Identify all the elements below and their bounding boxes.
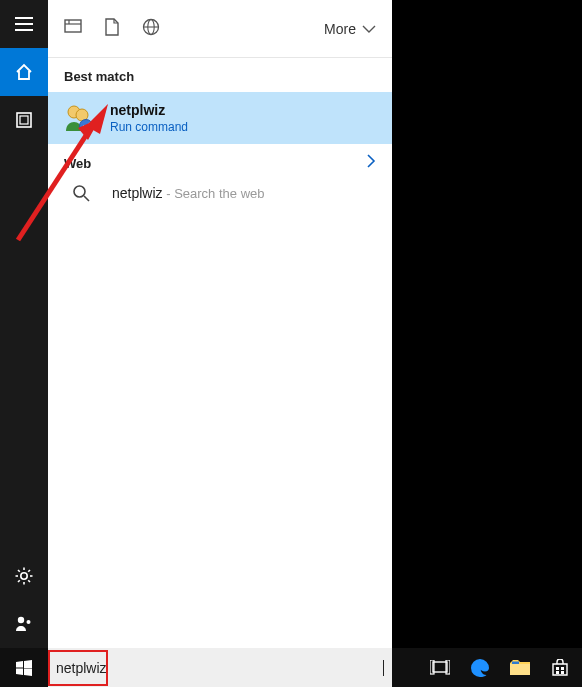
chevron-down-icon bbox=[362, 24, 376, 34]
svg-rect-27 bbox=[510, 664, 530, 675]
svg-rect-32 bbox=[561, 671, 564, 674]
more-label: More bbox=[324, 21, 356, 37]
svg-point-21 bbox=[80, 120, 93, 133]
run-command-icon bbox=[62, 101, 96, 135]
best-match-title: netplwiz bbox=[110, 102, 188, 118]
svg-rect-24 bbox=[433, 662, 447, 672]
filter-web-icon[interactable] bbox=[142, 18, 160, 40]
web-label: Web bbox=[64, 156, 91, 171]
chevron-right-icon bbox=[366, 154, 376, 172]
best-match-result[interactable]: netplwiz Run command bbox=[48, 92, 392, 144]
menu-button[interactable] bbox=[0, 0, 48, 48]
best-match-label: Best match bbox=[48, 58, 392, 92]
edge-icon bbox=[470, 658, 490, 678]
search-results-panel: More Best match netplwiz Run command Web bbox=[48, 0, 392, 648]
web-result-title: netplwiz bbox=[112, 185, 163, 201]
home-button[interactable] bbox=[0, 48, 48, 96]
text-caret bbox=[383, 660, 384, 676]
task-view-icon bbox=[430, 660, 450, 676]
hamburger-icon bbox=[15, 17, 33, 31]
svg-line-10 bbox=[28, 570, 30, 572]
folder-icon bbox=[510, 660, 530, 676]
taskbar-search-box[interactable] bbox=[48, 648, 392, 687]
search-input[interactable] bbox=[56, 660, 382, 676]
svg-rect-29 bbox=[556, 667, 559, 670]
taskbar-pinned-apps bbox=[428, 656, 582, 680]
svg-rect-30 bbox=[561, 667, 564, 670]
file-explorer-button[interactable] bbox=[508, 656, 532, 680]
store-icon bbox=[551, 659, 569, 677]
svg-line-9 bbox=[18, 580, 20, 582]
svg-rect-1 bbox=[20, 116, 28, 124]
settings-button[interactable] bbox=[0, 552, 48, 600]
web-result-suffix: - Search the web bbox=[163, 186, 265, 201]
web-result-text: netplwiz - Search the web bbox=[112, 184, 264, 202]
best-match-text: netplwiz Run command bbox=[110, 102, 188, 134]
cortana-left-rail bbox=[0, 0, 48, 648]
store-button[interactable] bbox=[548, 656, 572, 680]
svg-point-2 bbox=[21, 573, 27, 579]
svg-rect-31 bbox=[556, 671, 559, 674]
taskbar bbox=[0, 648, 582, 687]
svg-point-12 bbox=[27, 620, 31, 624]
filter-toolbar: More bbox=[48, 0, 392, 58]
apps-button[interactable] bbox=[0, 96, 48, 144]
gear-icon bbox=[15, 567, 33, 585]
best-match-subtitle: Run command bbox=[110, 120, 188, 134]
svg-rect-28 bbox=[512, 661, 519, 664]
start-button[interactable] bbox=[0, 648, 48, 687]
svg-line-8 bbox=[28, 580, 30, 582]
svg-rect-0 bbox=[17, 113, 31, 127]
svg-line-7 bbox=[18, 570, 20, 572]
more-filters[interactable]: More bbox=[324, 21, 376, 37]
search-icon bbox=[64, 184, 98, 202]
task-view-button[interactable] bbox=[428, 656, 452, 680]
svg-point-11 bbox=[18, 617, 24, 623]
edge-button[interactable] bbox=[468, 656, 492, 680]
apps-icon bbox=[16, 112, 32, 128]
svg-line-23 bbox=[84, 196, 89, 201]
filter-documents-icon[interactable] bbox=[104, 18, 120, 40]
windows-icon bbox=[16, 660, 32, 676]
account-button[interactable] bbox=[0, 600, 48, 648]
web-result[interactable]: netplwiz - Search the web bbox=[48, 178, 392, 208]
svg-point-22 bbox=[74, 186, 85, 197]
filter-apps-icon[interactable] bbox=[64, 18, 82, 40]
svg-rect-13 bbox=[65, 20, 81, 32]
web-section-header[interactable]: Web bbox=[48, 144, 392, 178]
home-icon bbox=[15, 63, 33, 81]
person-icon bbox=[15, 615, 33, 633]
